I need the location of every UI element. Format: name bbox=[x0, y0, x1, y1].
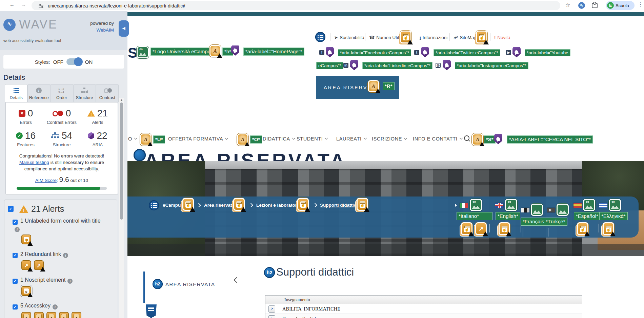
utility-sitemap[interactable]: ☍SiteMap bbox=[454, 35, 477, 40]
linked-image-icon[interactable] bbox=[137, 46, 149, 58]
alert-instance-icon-link[interactable] bbox=[21, 260, 31, 270]
linked-image-icon[interactable] bbox=[583, 199, 595, 211]
table-row[interactable]: > Demo 1 - English bbox=[265, 314, 582, 318]
alerts-checkbox[interactable] bbox=[8, 206, 14, 212]
expand-row-button[interactable]: > bbox=[268, 305, 275, 313]
url-text[interactable]: uniecampus.it/area-riservata/lezioni-e-l… bbox=[48, 3, 185, 8]
alert-checkbox[interactable] bbox=[13, 279, 18, 284]
aria-tag-icon[interactable] bbox=[443, 60, 451, 70]
linked-image-icon[interactable] bbox=[609, 199, 621, 211]
redundant-title-wave-icon[interactable] bbox=[233, 198, 245, 211]
nav-offerta-formativa[interactable]: OFFERTA FORMATIVA bbox=[168, 136, 228, 142]
collapse-chevron-icon[interactable] bbox=[234, 277, 240, 283]
linked-image-icon[interactable] bbox=[505, 199, 517, 211]
image-icon[interactable] bbox=[531, 204, 543, 216]
redundant-title-wave-icon[interactable] bbox=[400, 31, 411, 43]
alert-instance-icon-accesskey[interactable] bbox=[59, 312, 69, 318]
area-riservata-button[interactable]: AREA RISERVATA *R* bbox=[316, 76, 399, 99]
aria-tag-icon[interactable] bbox=[350, 60, 358, 70]
redundant-title-wave-icon[interactable] bbox=[461, 222, 472, 235]
alert-instance-icon-noscript[interactable] bbox=[21, 286, 31, 296]
info-icon[interactable] bbox=[63, 253, 68, 258]
tab-reference[interactable]: Reference bbox=[27, 84, 50, 102]
scrollbar-thumb[interactable] bbox=[120, 102, 123, 220]
redundant-link-wave-icon[interactable] bbox=[475, 222, 487, 235]
alert-checkbox[interactable] bbox=[13, 220, 18, 225]
twitter-icon[interactable]: t bbox=[414, 50, 419, 55]
utility-informazioni[interactable]: iInformazioni bbox=[420, 35, 447, 40]
extensions-puzzle-icon[interactable] bbox=[592, 3, 598, 8]
wave-extension-icon[interactable] bbox=[578, 2, 585, 9]
nav-laureati[interactable]: LAUREATI bbox=[336, 136, 366, 142]
styles-toggle[interactable] bbox=[66, 58, 82, 65]
tab-contrast[interactable]: Contrast bbox=[96, 84, 119, 102]
aria-tag-icon[interactable] bbox=[421, 47, 429, 57]
flag-turkce[interactable] bbox=[547, 208, 555, 212]
aria-tag-icon[interactable] bbox=[512, 47, 521, 57]
wave-collapse-button[interactable] bbox=[119, 20, 129, 37]
alert-instance-icon-accesskey[interactable] bbox=[46, 312, 56, 318]
redundant-title-wave-icon[interactable] bbox=[357, 198, 368, 211]
accesskey-icon[interactable] bbox=[472, 133, 483, 146]
flag-francais[interactable] bbox=[521, 208, 529, 212]
utility-numeri-utili[interactable]: ☎Numeri Utili bbox=[369, 35, 400, 40]
url-bar[interactable]: uniecampus.it/area-riservata/lezioni-e-l… bbox=[32, 1, 560, 10]
alert-instance-icon-form[interactable] bbox=[21, 235, 31, 244]
redundant-title-wave-icon[interactable] bbox=[182, 198, 194, 211]
flag-italiano[interactable] bbox=[460, 203, 468, 208]
info-icon[interactable] bbox=[15, 227, 20, 232]
browser-profile-chip[interactable]: E Scuola bbox=[606, 1, 635, 10]
nav-studenti[interactable]: STUDENTI bbox=[297, 136, 327, 142]
aim-score-link[interactable]: AIM Score bbox=[35, 178, 57, 183]
accesskey-icon[interactable] bbox=[209, 45, 221, 57]
accesskey-icon[interactable] bbox=[368, 80, 379, 92]
linked-image-icon[interactable] bbox=[470, 199, 482, 211]
back-icon[interactable]: ← bbox=[9, 2, 15, 7]
redundant-title-wave-icon[interactable] bbox=[499, 222, 510, 235]
alert-checkbox[interactable] bbox=[13, 304, 18, 310]
flag-english[interactable] bbox=[495, 203, 503, 208]
manual-testing-link[interactable]: Manual testing bbox=[19, 160, 49, 165]
forward-icon[interactable]: → bbox=[21, 2, 26, 7]
image-icon[interactable] bbox=[557, 204, 569, 216]
alert-instance-icon-accesskey[interactable] bbox=[72, 312, 81, 318]
alert-checkbox[interactable] bbox=[13, 253, 18, 258]
list-structure-icon[interactable] bbox=[149, 200, 159, 210]
breadcrumb-ecampus[interactable]: eCampus bbox=[163, 203, 183, 208]
alert-instance-icon-accesskey[interactable] bbox=[34, 312, 44, 318]
breadcrumb-supporti-didattici[interactable]: Supporti didattici bbox=[320, 203, 358, 208]
info-icon[interactable] bbox=[53, 304, 58, 310]
nav-info-e-contatti[interactable]: INFO E CONTATTI bbox=[413, 136, 462, 142]
youtube-icon[interactable]: ▶ bbox=[506, 50, 511, 55]
utility-sostenibilita[interactable]: ➤Sostenibilità bbox=[334, 35, 364, 40]
tab-details[interactable]: Details bbox=[5, 84, 27, 102]
list-structure-icon[interactable] bbox=[315, 32, 325, 42]
breadcrumb-lezioni-e-laboratori[interactable]: Lezioni e laboratori bbox=[256, 203, 298, 208]
aria-tag-icon[interactable] bbox=[231, 45, 239, 56]
scroll-up-icon[interactable]: ▲ bbox=[119, 98, 124, 101]
site-info-icon[interactable] bbox=[39, 3, 43, 8]
nav-partial-item[interactable]: O bbox=[128, 136, 137, 142]
table-row[interactable]: > ABILITA' INFORMATICHE bbox=[265, 304, 582, 314]
flag-ellinika[interactable] bbox=[599, 203, 607, 208]
alert-instance-icon-accesskey[interactable] bbox=[21, 312, 31, 318]
redundant-title-wave-icon[interactable] bbox=[476, 31, 487, 43]
alert-instance-icon-link[interactable] bbox=[34, 260, 44, 270]
wave-panel-scrollbar[interactable]: ▲ bbox=[119, 98, 124, 318]
linkedin-icon[interactable]: in bbox=[343, 63, 348, 68]
aria-tag-icon[interactable] bbox=[494, 134, 502, 144]
tab-structure[interactable]: Structure bbox=[73, 84, 96, 102]
info-icon[interactable] bbox=[67, 279, 73, 284]
browser-menu-icon[interactable]: ⋮ bbox=[638, 1, 643, 7]
redundant-title-wave-icon[interactable] bbox=[603, 222, 614, 235]
webaim-link[interactable]: WebAIM bbox=[96, 27, 114, 33]
redundant-title-wave-icon[interactable] bbox=[577, 222, 588, 235]
tab-order[interactable]: Order bbox=[50, 84, 73, 102]
redundant-title-wave-icon[interactable] bbox=[297, 198, 309, 211]
nav-iscrizione[interactable]: ISCRIZIONE bbox=[372, 136, 407, 142]
instagram-icon[interactable]: ◎ bbox=[436, 63, 441, 68]
flag-espanol[interactable] bbox=[573, 203, 582, 208]
facebook-icon[interactable]: f bbox=[319, 50, 324, 55]
expand-row-button[interactable]: > bbox=[268, 315, 275, 318]
nav-didattica[interactable]: DIDATTICA bbox=[263, 136, 295, 142]
